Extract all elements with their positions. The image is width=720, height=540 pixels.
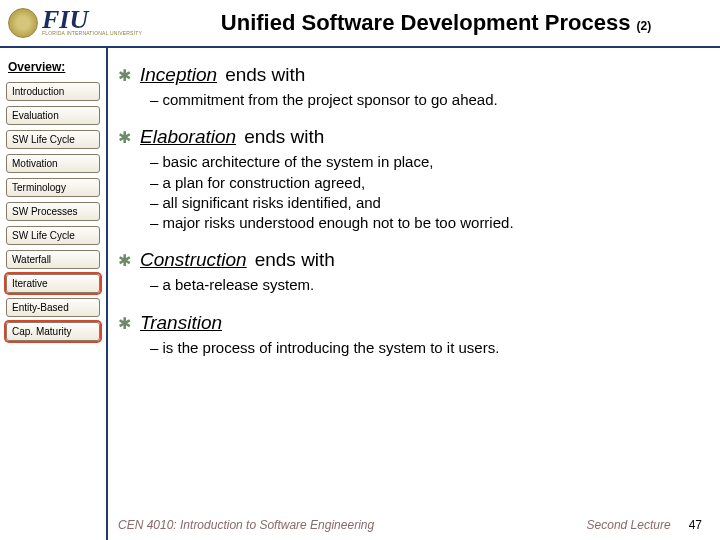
phase-name: Inception xyxy=(140,64,217,86)
sidebar-item-sw-processes[interactable]: SW Processes xyxy=(6,202,100,221)
list-item: basic architecture of the system in plac… xyxy=(150,152,702,172)
phase-tail: ends with xyxy=(255,249,335,271)
content-area: ✱Inception ends withcommitment from the … xyxy=(108,48,720,540)
university-seal-icon xyxy=(8,8,38,38)
sidebar-item-waterfall[interactable]: Waterfall xyxy=(6,250,100,269)
point-list: is the process of introducing the system… xyxy=(116,338,702,358)
sidebar-item-sw-life-cycle[interactable]: SW Life Cycle xyxy=(6,226,100,245)
header-bar: FIU FLORIDA INTERNATIONAL UNIVERSITY Uni… xyxy=(0,0,720,48)
sidebar-item-motivation[interactable]: Motivation xyxy=(6,154,100,173)
list-item: a beta-release system. xyxy=(150,275,702,295)
phase-tail: ends with xyxy=(244,126,324,148)
bullet-icon: ✱ xyxy=(116,316,132,332)
phase-tail: ends with xyxy=(225,64,305,86)
sidebar-item-terminology[interactable]: Terminology xyxy=(6,178,100,197)
section-heading: ✱Elaboration ends with xyxy=(116,126,702,148)
sidebar-item-evaluation[interactable]: Evaluation xyxy=(6,106,100,125)
phase-name: Construction xyxy=(140,249,247,271)
sidebar-heading: Overview: xyxy=(8,60,100,74)
phase-name: Elaboration xyxy=(140,126,236,148)
sidebar-item-iterative[interactable]: Iterative xyxy=(6,274,100,293)
list-item: all significant risks identified, and xyxy=(150,193,702,213)
section-inception: ✱Inception ends withcommitment from the … xyxy=(116,64,702,110)
sidebar-item-introduction[interactable]: Introduction xyxy=(6,82,100,101)
list-item: major risks understood enough not to be … xyxy=(150,213,702,233)
logo-subtext: FLORIDA INTERNATIONAL UNIVERSITY xyxy=(42,30,142,36)
footer-lecture: Second Lecture xyxy=(587,518,671,532)
section-heading: ✱Transition xyxy=(116,312,702,334)
section-elaboration: ✱Elaboration ends withbasic architecture… xyxy=(116,126,702,233)
page-title: Unified Software Development Process (2) xyxy=(160,10,712,36)
point-list: basic architecture of the system in plac… xyxy=(116,152,702,233)
section-heading: ✱Construction ends with xyxy=(116,249,702,271)
sidebar-item-entity-based[interactable]: Entity-Based xyxy=(6,298,100,317)
bullet-icon: ✱ xyxy=(116,68,132,84)
section-transition: ✱Transitionis the process of introducing… xyxy=(116,312,702,358)
point-list: commitment from the project sponsor to g… xyxy=(116,90,702,110)
bullet-icon: ✱ xyxy=(116,253,132,269)
footer-page-number: 47 xyxy=(689,518,702,532)
logo: FIU FLORIDA INTERNATIONAL UNIVERSITY xyxy=(8,8,142,38)
list-item: is the process of introducing the system… xyxy=(150,338,702,358)
point-list: a beta-release system. xyxy=(116,275,702,295)
sidebar: Overview: IntroductionEvaluationSW Life … xyxy=(0,48,108,540)
list-item: a plan for construction agreed, xyxy=(150,173,702,193)
list-item: commitment from the project sponsor to g… xyxy=(150,90,702,110)
logo-text: FIU xyxy=(42,10,142,31)
sidebar-item-cap-maturity[interactable]: Cap. Maturity xyxy=(6,322,100,341)
bullet-icon: ✱ xyxy=(116,130,132,146)
footer: CEN 4010: Introduction to Software Engin… xyxy=(118,518,702,532)
section-construction: ✱Construction ends witha beta-release sy… xyxy=(116,249,702,295)
section-heading: ✱Inception ends with xyxy=(116,64,702,86)
footer-course: CEN 4010: Introduction to Software Engin… xyxy=(118,518,374,532)
phase-name: Transition xyxy=(140,312,222,334)
sidebar-item-sw-life-cycle[interactable]: SW Life Cycle xyxy=(6,130,100,149)
